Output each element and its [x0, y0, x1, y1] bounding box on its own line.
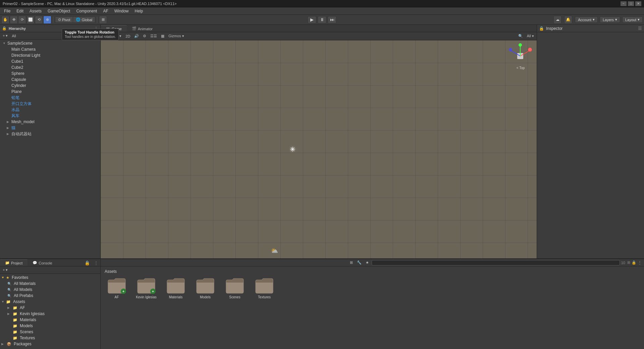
audio-button[interactable]: 🔊 [133, 34, 140, 39]
all-scene-button[interactable]: All ▾ [526, 34, 535, 39]
hierarchy-item[interactable]: ▼SampleScene [0, 40, 100, 46]
global-button[interactable]: 🌐 Global [73, 17, 95, 22]
asset-folder-item[interactable]: +AF [103, 277, 130, 300]
scale-tool-button[interactable]: ⬜ [26, 16, 35, 24]
hier-expand-arrow: ▶ [7, 132, 11, 136]
project-assets-header[interactable]: ▼📁Assets [0, 299, 100, 305]
hierarchy-menu-icon[interactable]: ⋮ [94, 26, 98, 31]
search-scene-button[interactable]: 🔍 [517, 34, 524, 39]
menu-item-component[interactable]: Component [73, 8, 100, 14]
stats2-button[interactable]: ▦ [160, 34, 166, 39]
hierarchy-item-label: 自动武器站 [11, 131, 32, 137]
hierarchy-item[interactable]: Capsule [0, 77, 100, 83]
vfx-button[interactable]: ⚙ [142, 34, 148, 39]
project-add-button[interactable]: + ▾ [1, 267, 9, 272]
2d-button[interactable]: 2D [124, 34, 131, 39]
project-fav-item[interactable]: 🔍All Prefabs [0, 293, 100, 299]
account-layers: Account ▾ Layers ▾ Layout ▾ [575, 16, 643, 23]
menu-item-file[interactable]: File [1, 8, 13, 14]
asset-folder-item[interactable]: Materials [162, 277, 189, 300]
assets-search-input[interactable] [372, 260, 620, 265]
menu-item-edit[interactable]: Edit [14, 8, 26, 14]
hierarchy-item[interactable]: ▶自动武器站 [0, 131, 100, 137]
tab-animator[interactable]: 🎬 Animator [127, 25, 158, 32]
hierarchy-item[interactable]: Cube2 [0, 64, 100, 70]
hierarchy-item[interactable]: Plane [0, 89, 100, 95]
project-asset-item[interactable]: ▶📁Kevin Iglesias [0, 311, 100, 317]
gizmos-button[interactable]: Gizmos ▾ [167, 34, 185, 39]
assets-menu-icon[interactable]: ⋮ [638, 260, 642, 265]
asset-folder-item[interactable]: Scenes [221, 277, 248, 300]
hierarchy-add-button[interactable]: + ▾ [1, 33, 9, 38]
project-menu-icon[interactable]: ⋮ [92, 260, 100, 266]
asset-folder-icon: 📁 [13, 336, 17, 340]
top-label: < Top [517, 66, 525, 70]
layers-dropdown[interactable]: Layers ▾ [600, 16, 620, 23]
tab-game[interactable]: 🎮 Game [101, 25, 127, 32]
menu-item-help[interactable]: Help [132, 8, 146, 14]
rotate-tool-button[interactable]: ⟳ [18, 16, 26, 24]
hierarchy-item[interactable]: ▶猫 [0, 125, 100, 131]
pivot-button[interactable]: ⊙ Pivot [55, 17, 73, 22]
inspector-lock-icon[interactable]: 🔒 [539, 26, 544, 31]
assets-lock-icon[interactable]: 🔒 [632, 260, 636, 265]
project-asset-item[interactable]: 📁Scenes [0, 329, 100, 335]
play-button[interactable]: ▶ [308, 16, 316, 23]
step-button[interactable]: ⏭ [328, 16, 336, 23]
hierarchy-item[interactable]: 铅笔 [0, 95, 100, 101]
hand-tool-button[interactable]: ✋ [1, 16, 9, 24]
hierarchy-item[interactable]: 水晶 [0, 107, 100, 113]
toolbar-separator-2 [97, 16, 97, 23]
project-lock-icon[interactable]: 🔒 [83, 260, 92, 266]
menu-item-window[interactable]: Window [112, 8, 131, 14]
layout-dropdown[interactable]: Layout ▾ [622, 16, 643, 23]
stats-button[interactable]: ☰☰ [149, 34, 158, 39]
menu-item-af[interactable]: AF [100, 8, 111, 14]
hierarchy-item[interactable]: Cylinder [0, 83, 100, 89]
menu-item-assets[interactable]: Assets [27, 8, 44, 14]
hierarchy-item[interactable]: Cube1 [0, 58, 100, 64]
hierarchy-item[interactable]: 开口立方体 [0, 101, 100, 107]
hierarchy-item[interactable]: Sphere [0, 70, 100, 77]
account-dropdown[interactable]: Account ▾ [575, 16, 598, 23]
pause-button[interactable]: ⏸ [318, 16, 326, 23]
maximize-button[interactable]: □ [628, 1, 634, 6]
inspector-menu-icon[interactable]: ☰ [638, 26, 642, 31]
assets-view-btn[interactable]: ⊞ [348, 260, 354, 265]
hierarchy-all-button[interactable]: All [10, 34, 17, 38]
asset-folder-item[interactable]: Textures [251, 277, 278, 300]
hierarchy-item[interactable]: Main Camera [0, 46, 100, 52]
project-asset-item[interactable]: 📁Models [0, 323, 100, 329]
tab-project[interactable]: 📁 Project [0, 259, 28, 266]
scene-gizmo[interactable]: < Top [507, 43, 534, 70]
assets-filter-btn[interactable]: 🔧 [356, 260, 363, 265]
tab-console[interactable]: 💬 Console [28, 259, 57, 266]
project-asset-item[interactable]: 📁Materials [0, 317, 100, 323]
rect-tool-button[interactable]: ⟲ [35, 16, 43, 24]
project-asset-item[interactable]: ▶📁AF [0, 305, 100, 311]
transform-tool-button[interactable]: ⊕ [43, 16, 51, 24]
project-favorites-header[interactable]: ▼★Favorites [0, 275, 100, 281]
scene-view[interactable]: ✳ ⛅ < Top [101, 40, 537, 258]
assets-content: Assets +AF +Kevin Iglesias Materials Mod… [101, 266, 644, 349]
hierarchy-item[interactable]: Directional Light [0, 52, 100, 58]
asset-folder-item[interactable]: Models [192, 277, 219, 300]
project-packages-item[interactable]: ▶📦Packages [0, 341, 100, 347]
assets-star-btn[interactable]: ★ [364, 260, 370, 265]
project-fav-item[interactable]: 🔍All Materials [0, 281, 100, 287]
cloud-button[interactable]: 🔔 [564, 16, 572, 24]
minimize-button[interactable]: − [621, 1, 627, 6]
move-tool-button[interactable]: ✙ [10, 16, 18, 24]
hierarchy-item[interactable]: ▶Mesh_model [0, 119, 100, 125]
display-dropdown[interactable]: Display 1 ▾ [102, 34, 123, 39]
project-fav-item[interactable]: 🔍All Models [0, 287, 100, 293]
hierarchy-item[interactable]: 风车 [0, 113, 100, 119]
project-asset-item[interactable]: 📁Textures [0, 335, 100, 341]
inspector-content [537, 32, 644, 258]
asset-folder-item[interactable]: +Kevin Iglesias [133, 277, 160, 300]
hierarchy-item-label: Capsule [11, 77, 26, 82]
menu-item-gameobject[interactable]: GameObject [45, 8, 73, 14]
collab-button[interactable]: ☁ [553, 16, 561, 24]
extra-tool-button[interactable]: ⊞ [99, 16, 107, 24]
close-button[interactable]: ✕ [635, 1, 641, 6]
